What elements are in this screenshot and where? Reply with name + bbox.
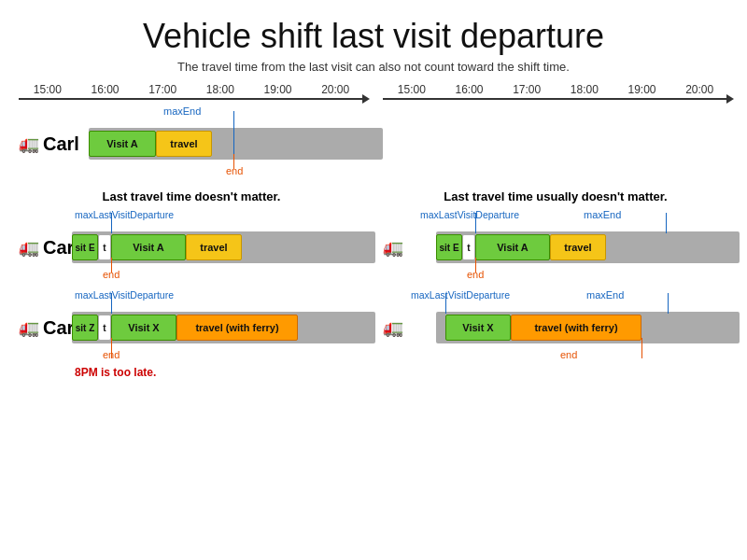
tick-1: 15:00 bbox=[19, 83, 77, 96]
truck-icon-top: 🚛 bbox=[19, 133, 39, 154]
bar-travel-ferry-bot-r: travel (with ferry) bbox=[511, 315, 641, 341]
maxend-label-top: maxEnd bbox=[163, 105, 201, 117]
bar-visit-x-bot: Visit X bbox=[111, 315, 176, 341]
bar-visit-a-top: Visit A bbox=[89, 131, 156, 157]
end-label-bot-left: end bbox=[103, 349, 120, 360]
tick-3: 17:00 bbox=[134, 83, 191, 96]
page-title: Vehicle shift last visit departure bbox=[0, 0, 747, 60]
maxlvd-label-bot-left: maxLastVisitDeparture bbox=[75, 289, 174, 301]
carl-label-top: 🚛 Carl bbox=[19, 133, 89, 155]
tick-r2: 16:00 bbox=[441, 83, 499, 96]
tick-r6: 20:00 bbox=[670, 83, 728, 96]
page-subtitle: The travel time from the last visit can … bbox=[0, 60, 747, 74]
maxlvd-label-mid-left: maxLastVisitDeparture bbox=[75, 209, 174, 220]
maxlvd-label-bot-right: maxLastVisitDeparture bbox=[411, 289, 510, 301]
bar-travel-top: travel bbox=[156, 131, 212, 157]
tick-5: 19:00 bbox=[249, 83, 307, 96]
truck-icon-mid-left: 🚛 bbox=[19, 237, 39, 258]
truck-icon-bot-left: 🚛 bbox=[19, 317, 39, 338]
end-label-mid-left: end bbox=[103, 269, 120, 280]
section-header-right: Last travel time usually doesn't matter. bbox=[374, 189, 738, 203]
bar-site-z: sit Z bbox=[72, 315, 98, 341]
bar-visit-x-bot-r: Visit X bbox=[445, 315, 511, 341]
bar-travel-ferry-bot: travel (with ferry) bbox=[176, 315, 298, 341]
timeline-axis-left bbox=[19, 98, 364, 100]
tick-r5: 19:00 bbox=[613, 83, 671, 96]
end-label-bot-right: end bbox=[560, 349, 577, 360]
bar-visit-a-mid-r: Visit A bbox=[475, 234, 550, 260]
section-header-left: Last travel time doesn't matter. bbox=[9, 189, 374, 203]
tick-2: 16:00 bbox=[77, 83, 134, 96]
truck-icon-bot-right: 🚛 bbox=[383, 317, 403, 338]
end-label-top: end bbox=[226, 165, 243, 176]
tick-r4: 18:00 bbox=[556, 83, 613, 96]
bar-t-mid: t bbox=[98, 234, 111, 260]
bar-visit-a-mid: Visit A bbox=[111, 234, 186, 260]
tick-r1: 15:00 bbox=[383, 83, 441, 96]
tick-4: 18:00 bbox=[191, 83, 249, 96]
timeline-axis-right bbox=[383, 98, 728, 100]
bar-travel-mid-r: travel bbox=[550, 234, 606, 260]
maxlvd-label-mid-right: maxLastVisitDeparture bbox=[420, 209, 519, 220]
tick-6: 20:00 bbox=[306, 83, 364, 96]
bar-t-bot: t bbox=[98, 315, 111, 341]
maxend-label-bot-right: maxEnd bbox=[586, 289, 624, 301]
bar-t-mid-r: t bbox=[462, 234, 475, 260]
end-label-mid-right: end bbox=[467, 269, 484, 280]
tick-r3: 17:00 bbox=[498, 83, 556, 96]
bar-site-e-mid: sit E bbox=[72, 234, 98, 260]
bar-travel-mid: travel bbox=[186, 234, 242, 260]
maxend-label-mid-right: maxEnd bbox=[584, 209, 621, 220]
bar-site-e-mid-r: sit E bbox=[436, 234, 462, 260]
eight-pm-label: 8PM is too late. bbox=[75, 366, 156, 379]
truck-icon-mid-right: 🚛 bbox=[383, 237, 403, 258]
